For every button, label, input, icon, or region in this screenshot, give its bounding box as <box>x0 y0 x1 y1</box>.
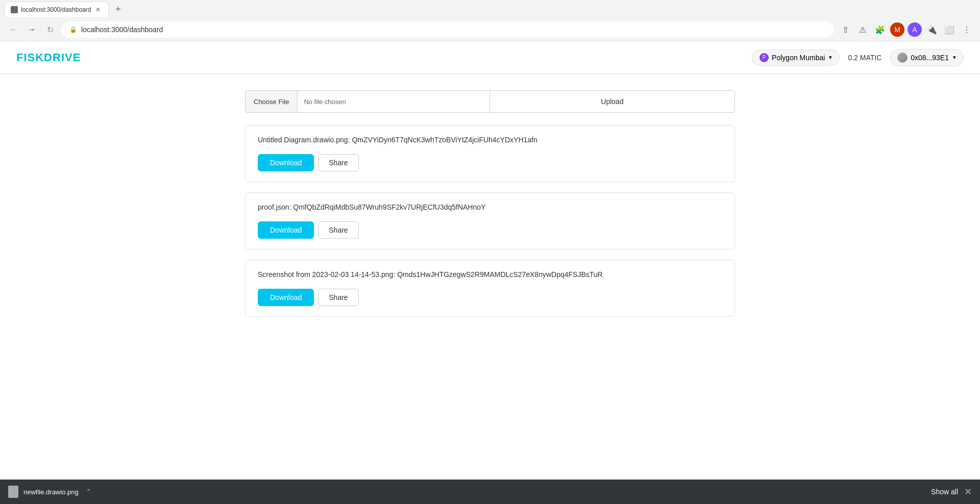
upload-row: Choose File No file chosen Upload <box>245 90 735 113</box>
menu-icon[interactable]: ⋮ <box>960 22 974 37</box>
choose-file-btn[interactable]: Choose File <box>246 91 298 112</box>
share-icon[interactable]: ⇧ <box>838 22 852 37</box>
window-icon[interactable]: ⬜ <box>942 22 957 37</box>
file-download-icon <box>8 486 18 498</box>
main-content: Choose File No file chosen Upload Untitl… <box>0 74 980 504</box>
browser-toolbar: ← → ↻ 🔒 localhost:3000/dashboard ⇧ ⚠ 🧩 M… <box>0 18 980 41</box>
file-actions-3: DownloadShare <box>258 289 722 306</box>
content-wrapper: Choose File No file chosen Upload Untitl… <box>245 90 735 327</box>
download-btn-2[interactable]: Download <box>258 221 314 239</box>
extensions-icon[interactable]: 🧩 <box>873 22 887 37</box>
browser-chrome: localhost:3000/dashboard ✕ + ← → ↻ 🔒 loc… <box>0 0 980 41</box>
upload-btn[interactable]: Upload <box>489 91 734 112</box>
tab-favicon <box>11 6 18 13</box>
reload-btn[interactable]: ↻ <box>43 22 57 37</box>
profile-icon[interactable]: M <box>890 22 904 37</box>
file-actions-1: DownloadShare <box>258 154 722 171</box>
download-btn-1[interactable]: Download <box>258 154 314 171</box>
file-actions-2: DownloadShare <box>258 221 722 239</box>
share-btn-2[interactable]: Share <box>318 221 358 239</box>
address-bar[interactable]: 🔒 localhost:3000/dashboard <box>61 21 834 38</box>
download-btn-3[interactable]: Download <box>258 289 314 306</box>
app-logo: FISKDRIVE <box>16 51 81 64</box>
bottom-bar-actions: Show all ✕ <box>931 486 972 497</box>
back-btn[interactable]: ← <box>6 22 20 37</box>
network-chevron-icon: ▾ <box>829 54 832 61</box>
file-card-3: Screenshot from 2023-02-03 14-14-53.png:… <box>245 260 735 317</box>
file-info-1: Untitled Diagram.drawio.png: QmZVYiDyn6T… <box>258 136 722 144</box>
network-dot-icon: P <box>760 53 769 62</box>
network-label: Polygon Mumbai <box>772 54 825 62</box>
file-card-2: proof.json: QmfQbZdRqiMdbSu87Wruh9SF2kv7… <box>245 192 735 249</box>
download-chevron-icon[interactable]: ⌃ <box>84 487 94 497</box>
wallet-address-label: 0x08...93E1 <box>911 54 949 62</box>
tab-bar: localhost:3000/dashboard ✕ + <box>0 0 980 18</box>
alert-icon[interactable]: ⚠ <box>855 22 870 37</box>
download-filename: newfile.drawio.png <box>23 488 79 496</box>
tab-close-btn[interactable]: ✕ <box>94 6 102 14</box>
app-header: FISKDRIVE P Polygon Mumbai ▾ 0.2 MATIC 0… <box>0 41 980 74</box>
wallet-address-selector[interactable]: 0x08...93E1 ▾ <box>890 49 964 66</box>
account-icon[interactable]: A <box>908 22 922 37</box>
show-all-btn[interactable]: Show all <box>931 488 958 496</box>
download-item: newfile.drawio.png ⌃ <box>8 486 94 498</box>
toolbar-actions: ⇧ ⚠ 🧩 M A 🔌 ⬜ ⋮ <box>838 22 974 37</box>
file-cards-container: Untitled Diagram.drawio.png: QmZVYiDyn6T… <box>245 125 735 317</box>
tab-title: localhost:3000/dashboard <box>21 6 91 13</box>
matic-balance: 0.2 MATIC <box>848 54 881 62</box>
new-tab-btn[interactable]: + <box>111 2 125 16</box>
share-btn-1[interactable]: Share <box>318 154 358 171</box>
network-selector[interactable]: P Polygon Mumbai ▾ <box>752 49 840 66</box>
lock-icon: 🔒 <box>69 26 77 33</box>
file-info-3: Screenshot from 2023-02-03 14-14-53.png:… <box>258 270 722 279</box>
puzzle-icon[interactable]: 🔌 <box>925 22 939 37</box>
forward-btn[interactable]: → <box>24 22 39 37</box>
file-card-1: Untitled Diagram.drawio.png: QmZVYiDyn6T… <box>245 125 735 182</box>
header-right: P Polygon Mumbai ▾ 0.2 MATIC 0x08...93E1… <box>752 49 964 66</box>
browser-tab[interactable]: localhost:3000/dashboard ✕ <box>4 2 109 17</box>
file-info-2: proof.json: QmfQbZdRqiMdbSu87Wruh9SF2kv7… <box>258 203 722 211</box>
close-downloads-btn[interactable]: ✕ <box>964 486 972 497</box>
file-name-display: No file chosen <box>298 91 489 112</box>
url-text: localhost:3000/dashboard <box>81 26 163 34</box>
share-btn-3[interactable]: Share <box>318 289 358 306</box>
wallet-avatar-icon <box>897 53 908 63</box>
bottom-bar: newfile.drawio.png ⌃ Show all ✕ <box>0 480 980 504</box>
wallet-chevron-icon: ▾ <box>953 54 956 61</box>
